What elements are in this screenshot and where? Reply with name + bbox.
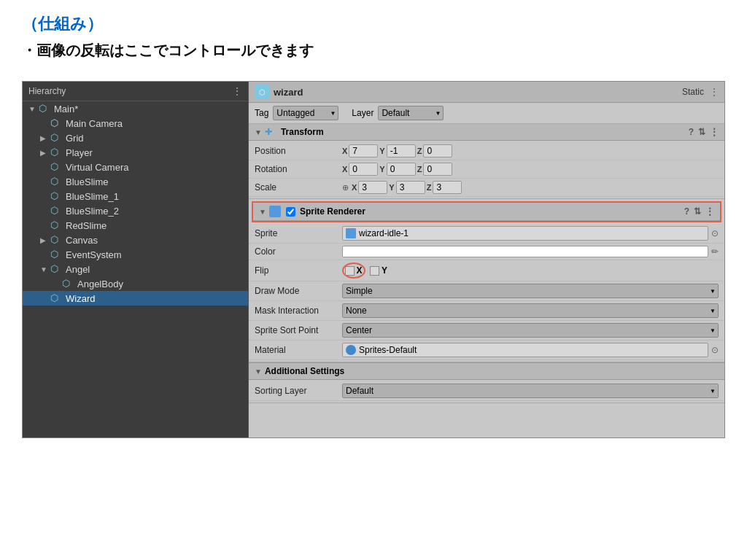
sr-menu-icon[interactable]: ⋮ (705, 206, 714, 217)
hierarchy-item-main[interactable]: ▼ ⬡ Main* (23, 101, 248, 116)
arrow-grid: ▶ (40, 134, 49, 142)
material-row: Material Sprites-Default ⊙ (249, 341, 724, 360)
sprite-thumbnail-icon (346, 228, 356, 238)
icon-blue-slime-1: ⬡ (50, 190, 62, 202)
additional-settings-header: ▼ Additional Settings (249, 362, 724, 380)
mask-interaction-row: Mask Interaction None (249, 301, 724, 321)
transform-menu-icon[interactable]: ⋮ (710, 127, 719, 137)
hierarchy-item-virtual-camera[interactable]: ⬡ Virtual Camera (23, 160, 248, 174)
hierarchy-list: ▼ ⬡ Main* ⬡ Main Camera ▶ ⬡ Grid ▶ ⬡ Pla… (23, 101, 248, 306)
color-picker[interactable] (342, 246, 708, 257)
hierarchy-menu-button[interactable]: ⋮ (232, 85, 242, 97)
hierarchy-item-blue-slime-2[interactable]: ⬡ BlueSlime_2 (23, 203, 248, 218)
sprite-target-icon[interactable]: ⊙ (711, 228, 719, 238)
tag-select[interactable]: Untagged (273, 106, 338, 120)
position-x-input[interactable] (349, 144, 378, 158)
additional-settings-body: Sorting Layer Default (249, 380, 724, 402)
scale-y-input[interactable] (396, 181, 425, 194)
transform-help-icon[interactable]: ? (689, 127, 694, 137)
hierarchy-item-player[interactable]: ▶ ⬡ Player (23, 145, 248, 160)
scale-x-input[interactable] (358, 181, 387, 194)
label-main: Main* (54, 104, 78, 114)
position-y-input[interactable] (387, 144, 416, 158)
sprite-field[interactable]: wizard-idle-1 (342, 226, 708, 241)
hierarchy-tab[interactable]: Hierarchy (28, 85, 66, 98)
icon-main-camera: ⬡ (50, 117, 62, 129)
icon-wizard: ⬡ (50, 292, 62, 304)
position-label: Position (255, 146, 342, 156)
hierarchy-item-canvas[interactable]: ▶ ⬡ Canvas (23, 233, 248, 247)
rotation-x-input[interactable] (349, 163, 378, 176)
label-blue-slime-1: BlueSlime_1 (66, 191, 119, 202)
position-value: X Y Z (342, 144, 719, 158)
mask-interaction-label: Mask Interaction (255, 306, 342, 316)
sr-help-icon[interactable]: ? (684, 206, 689, 217)
material-name: Sprites-Default (359, 345, 417, 355)
sorting-layer-row: Sorting Layer Default (249, 381, 724, 401)
scale-y-label: Y (389, 183, 394, 192)
scale-x-label: X (352, 183, 357, 192)
pos-x-label: X (342, 147, 347, 155)
tag-layer-row: Tag Untagged Layer Default (249, 103, 724, 124)
hierarchy-item-main-camera[interactable]: ⬡ Main Camera (23, 116, 248, 131)
scale-row: Scale ⊕ X Y Z (249, 179, 724, 197)
arrow-angel: ▼ (40, 265, 49, 273)
flip-x-circle: X (342, 262, 365, 279)
hierarchy-item-angel[interactable]: ▼ ⬡ Angel (23, 262, 248, 276)
transform-title: Transform (281, 127, 324, 137)
icon-red-slime: ⬡ (50, 219, 62, 231)
rotation-z-input[interactable] (423, 163, 452, 176)
arrow-player: ▶ (40, 149, 49, 157)
color-value: ✏ (342, 246, 719, 257)
hierarchy-item-angel-body[interactable]: ⬡ AngelBody (23, 276, 248, 291)
color-eyedropper-icon[interactable]: ✏ (711, 246, 719, 257)
hierarchy-item-blue-slime[interactable]: ⬡ BlueSlime (23, 174, 248, 189)
inspector-menu-button[interactable]: ⋮ (710, 87, 719, 97)
flip-y-checkbox[interactable] (370, 266, 379, 276)
scale-value: ⊕ X Y Z (342, 181, 719, 194)
icon-player: ⬡ (50, 147, 62, 158)
transform-arrow: ▼ (255, 128, 262, 136)
draw-mode-row: Draw Mode Simple (249, 281, 724, 301)
hierarchy-item-wizard[interactable]: ⬡ Wizard (23, 291, 248, 306)
pos-z-label: Z (417, 147, 422, 155)
static-label: Static (682, 87, 704, 97)
page-subtitle: ・画像の反転はここでコントロールできます (22, 41, 725, 61)
material-field[interactable]: Sprites-Default (342, 343, 708, 357)
icon-grid: ⬡ (50, 132, 62, 144)
draw-mode-label: Draw Mode (255, 286, 342, 296)
rotation-y-input[interactable] (387, 163, 416, 176)
sorting-layer-label: Sorting Layer (255, 386, 342, 396)
flip-y-label: Y (382, 265, 387, 276)
hierarchy-item-grid[interactable]: ▶ ⬡ Grid (23, 131, 248, 145)
label-grid: Grid (66, 133, 84, 144)
sorting-layer-select[interactable]: Default (342, 384, 719, 398)
transform-settings-icon[interactable]: ⇅ (698, 127, 705, 137)
hierarchy-item-event-system[interactable]: ⬡ EventSystem (23, 247, 248, 262)
layer-select-wrapper: Default (378, 106, 444, 120)
draw-mode-select[interactable]: Simple (342, 284, 719, 298)
sr-icons-right: ? ⇅ ⋮ (684, 206, 714, 217)
transform-header: ▼ ✛ Transform ? ⇅ ⋮ (249, 124, 724, 141)
hierarchy-panel: Hierarchy ⋮ ▼ ⬡ Main* ⬡ Main Camera ▶ ⬡ … (23, 82, 249, 438)
sprite-sort-point-select-wrapper: Center (342, 323, 719, 338)
inspector-title-bar: ⬡ wizard Static ⋮ (249, 82, 724, 103)
flip-x-checkbox[interactable] (345, 266, 355, 276)
sprite-sort-point-select[interactable]: Center (342, 323, 719, 338)
hierarchy-item-red-slime[interactable]: ⬡ RedSlime (23, 218, 248, 233)
flip-x-label: X (356, 265, 362, 276)
hierarchy-item-blue-slime-1[interactable]: ⬡ BlueSlime_1 (23, 189, 248, 203)
icon-event-system: ⬡ (50, 249, 62, 260)
label-red-slime: RedSlime (66, 220, 107, 231)
mask-interaction-select[interactable]: None (342, 303, 719, 318)
material-dot-icon (346, 345, 356, 355)
scale-z-input[interactable] (433, 181, 462, 194)
transform-component: ▼ ✛ Transform ? ⇅ ⋮ Position X (249, 124, 724, 199)
layer-select[interactable]: Default (378, 106, 444, 120)
sr-settings-icon[interactable]: ⇅ (694, 206, 701, 217)
position-z-input[interactable] (423, 144, 452, 158)
sprite-sort-point-value: Center (342, 323, 719, 338)
material-target-icon[interactable]: ⊙ (711, 345, 719, 355)
sprite-renderer-checkbox[interactable] (286, 207, 295, 217)
rotation-value: X Y Z (342, 163, 719, 176)
